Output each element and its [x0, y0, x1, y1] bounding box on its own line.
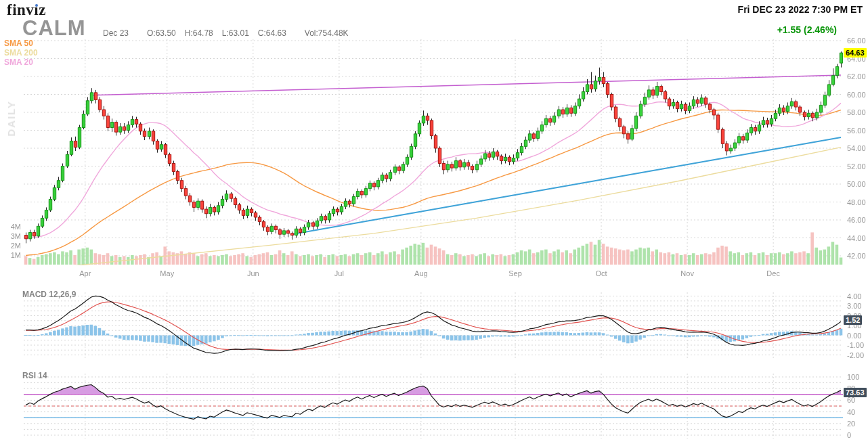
quote-open: O:63.50	[147, 28, 176, 38]
last-price-badge: 64.63	[844, 48, 867, 58]
rsi-pane-label: RSI 14	[22, 371, 47, 380]
chart-canvas[interactable]	[0, 0, 868, 448]
quote-high: H:64.78	[185, 28, 213, 38]
macd-value-badge: 1.52	[844, 315, 862, 325]
rsi-value-badge: 73.63	[844, 388, 867, 397]
quote-low: L:63.01	[222, 28, 249, 38]
quote-date: Dec 23	[103, 28, 129, 38]
timeframe-watermark: DAILY	[5, 100, 17, 137]
ohlc-row: Dec 23 O:63.50 H:64.78 L:63.01 C:64.63 V…	[103, 28, 349, 38]
price-change: +1.55 (2.46%)	[777, 24, 837, 35]
quote-volume: Vol:754.48K	[305, 28, 349, 38]
sma-legend: SMA 50 SMA 200 SMA 20	[4, 39, 38, 67]
logo-dotted-i: ı	[34, 2, 39, 18]
timestamp: Fri DEC 23 2022 7:30 PM ET	[738, 4, 863, 15]
legend-sma-200: SMA 200	[4, 48, 38, 58]
legend-sma-20: SMA 20	[4, 58, 38, 67]
quote-close: C:64.63	[258, 28, 286, 38]
legend-sma-50: SMA 50	[4, 39, 38, 48]
finviz-logo[interactable]: finvız	[7, 2, 46, 18]
ticker-symbol: CALM	[22, 16, 86, 41]
macd-pane-label: MACD 12,26,9	[22, 290, 76, 299]
